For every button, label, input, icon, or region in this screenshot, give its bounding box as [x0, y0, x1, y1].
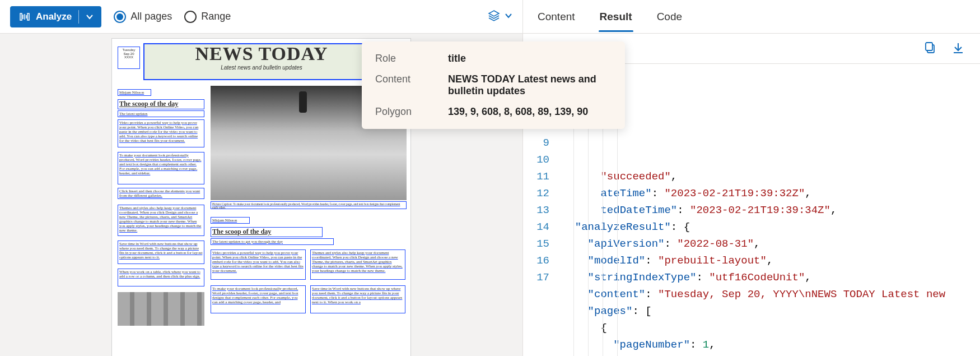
copy-icon[interactable]: [924, 41, 936, 56]
tab-content[interactable]: Content: [536, 11, 576, 23]
section-heading[interactable]: The scoop of the day: [118, 99, 204, 109]
element-tooltip: Role title Content NEWS TODAY Latest new…: [362, 41, 625, 129]
caption-box[interactable]: Picture Caption: To make your document l…: [211, 201, 407, 209]
tab-result[interactable]: Result: [599, 11, 633, 23]
tooltip-value: title: [448, 53, 612, 64]
title-box[interactable]: NEWS TODAY Latest news and bulletin upda…: [143, 43, 380, 80]
radio-range[interactable]: Range: [184, 11, 231, 23]
svg-rect-7: [926, 43, 932, 50]
svg-rect-1: [27, 13, 29, 20]
para-box[interactable]: Click Insert and then choose the element…: [118, 188, 204, 199]
image-box[interactable]: [118, 292, 204, 326]
toolbar: Analyze All pages Range: [0, 0, 522, 34]
date-box[interactable]: Tuesday Sep 20 XXXX: [118, 47, 140, 69]
para-box[interactable]: Video provides a powerful way to help yo…: [118, 119, 204, 147]
download-icon[interactable]: [952, 41, 964, 56]
chevron-down-icon[interactable]: [86, 13, 101, 21]
para-box[interactable]: Themes and styles also help keep your do…: [118, 205, 204, 236]
tooltip-key: Polygon: [375, 106, 448, 118]
analyze-label: Analyze: [36, 11, 72, 22]
para-box[interactable]: To make your document look professionall…: [211, 285, 306, 313]
svg-marker-5: [489, 11, 499, 16]
radio-all-label: All pages: [130, 11, 172, 22]
tooltip-key: Content: [375, 73, 448, 97]
radio-range-label: Range: [201, 11, 231, 22]
chevron-down-icon: [505, 12, 512, 21]
section-sub[interactable]: The latest updates: [118, 110, 204, 117]
tab-code[interactable]: Code: [656, 11, 683, 23]
para-box[interactable]: Themes and styles also help keep your do…: [310, 249, 405, 280]
analyze-split-divider: [78, 10, 79, 24]
section-heading[interactable]: The scoop of the day: [211, 227, 323, 237]
tooltip-value: 139, 9, 608, 8, 608, 89, 139, 90: [448, 106, 612, 118]
tooltip-key: Role: [375, 53, 448, 64]
svg-rect-0: [20, 13, 22, 20]
para-box[interactable]: Save time in Word with new buttons that …: [310, 285, 405, 313]
para-box[interactable]: Video provides a powerful way to help yo…: [211, 249, 306, 280]
radio-all-pages[interactable]: All pages: [114, 11, 172, 23]
para-box[interactable]: When you work on a table, click where yo…: [118, 269, 204, 286]
analyze-icon: [19, 11, 30, 22]
newspaper-title: NEWS TODAY: [144, 43, 379, 64]
para-box[interactable]: To make your document look professionall…: [118, 152, 204, 184]
radio-circle-icon: [114, 11, 126, 23]
para-box[interactable]: Save time in Word with new buttons that …: [118, 241, 204, 264]
layers-dropdown[interactable]: [488, 10, 512, 24]
author-box[interactable]: Mirjam Nilsson: [211, 217, 250, 224]
section-sub[interactable]: The latest updates to get you through th…: [211, 238, 334, 245]
author-box[interactable]: Mirjam Nilsson: [118, 89, 151, 96]
tooltip-value: NEWS TODAY Latest news and bulletin upda…: [448, 73, 612, 97]
radio-circle-icon: [184, 11, 197, 23]
left-pane: Analyze All pages Range Tuesday Sep 20 X…: [0, 0, 523, 356]
layers-icon: [488, 10, 500, 24]
tab-bar: Content Result Code: [523, 0, 980, 34]
analyze-button[interactable]: Analyze: [10, 6, 101, 27]
newspaper-subtitle: Latest news and bulletin updates: [144, 64, 379, 71]
